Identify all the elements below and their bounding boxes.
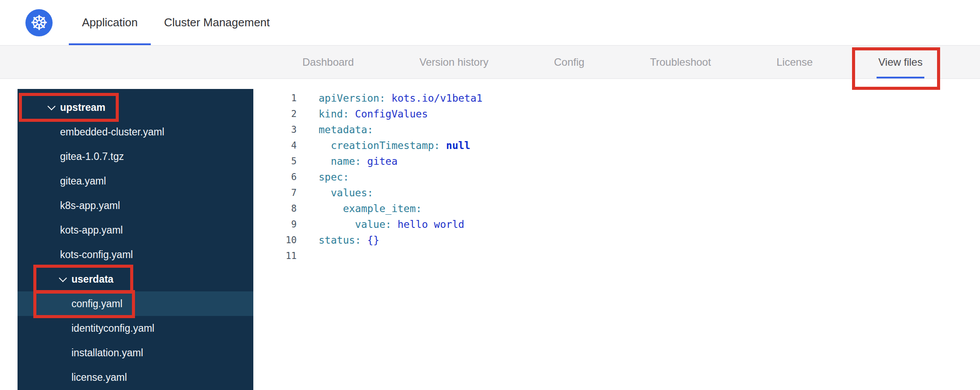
code-text: value: hello world bbox=[319, 216, 464, 232]
code-line: 5 name: gitea bbox=[253, 153, 980, 169]
code-text: name: gitea bbox=[319, 153, 398, 169]
line-number: 7 bbox=[253, 185, 297, 201]
tab-troubleshoot[interactable]: Troubleshoot bbox=[650, 46, 711, 78]
line-number: 3 bbox=[253, 122, 297, 138]
code-text: example_item: bbox=[319, 201, 422, 216]
code-line: 3metadata: bbox=[253, 122, 980, 138]
tree-item-label: upstream bbox=[60, 102, 106, 113]
code-text: values: bbox=[319, 185, 373, 201]
top-navbar: ☸ Application Cluster Management bbox=[0, 0, 980, 46]
line-number: 1 bbox=[253, 90, 297, 106]
code-line: 2kind: ConfigValues bbox=[253, 106, 980, 122]
tree-item-label: license.yaml bbox=[71, 372, 127, 383]
kubernetes-logo-icon[interactable]: ☸ bbox=[25, 9, 53, 36]
code-line: 4 creationTimestamp: null bbox=[253, 138, 980, 153]
code-line: 8 example_item: bbox=[253, 201, 980, 216]
tree-item-label: gitea-1.0.7.tgz bbox=[60, 151, 124, 163]
tab-config[interactable]: Config bbox=[554, 46, 584, 78]
tree-file-config.yaml[interactable]: config.yaml bbox=[18, 291, 253, 316]
tree-file-kots-app.yaml[interactable]: kots-app.yaml bbox=[18, 218, 253, 242]
code-text: creationTimestamp: null bbox=[319, 138, 470, 153]
tab-cluster-management[interactable]: Cluster Management bbox=[151, 0, 283, 45]
line-number: 11 bbox=[253, 248, 297, 264]
tree-item-label: gitea.yaml bbox=[60, 175, 106, 187]
tree-item-label: identityconfig.yaml bbox=[71, 323, 154, 334]
tree-item-label: kots-app.yaml bbox=[60, 224, 123, 236]
tree-file-embedded-cluster.yaml[interactable]: embedded-cluster.yaml bbox=[18, 120, 253, 144]
chevron-down-icon[interactable] bbox=[47, 102, 55, 110]
code-line: 7 values: bbox=[253, 185, 980, 201]
line-number: 8 bbox=[253, 201, 297, 216]
code-text: kind: ConfigValues bbox=[319, 106, 428, 122]
secondary-navbar: Dashboard Version history Config Trouble… bbox=[0, 46, 980, 79]
code-line: 6spec: bbox=[253, 169, 980, 185]
tree-file-installation.yaml[interactable]: installation.yaml bbox=[18, 340, 253, 365]
subnav-tabs: Dashboard Version history Config Trouble… bbox=[302, 46, 923, 78]
tree-item-label: kots-config.yaml bbox=[60, 249, 133, 261]
tree-item-label: userdata bbox=[71, 273, 114, 285]
code-text: apiVersion: kots.io/v1beta1 bbox=[319, 90, 483, 106]
tree-file-identityconfig.yaml[interactable]: identityconfig.yaml bbox=[18, 316, 253, 340]
tab-view-files[interactable]: View files bbox=[878, 46, 923, 78]
code-text: status: {} bbox=[319, 232, 379, 248]
tree-file-gitea.yaml[interactable]: gitea.yaml bbox=[18, 169, 253, 193]
file-content-viewer[interactable]: 1apiVersion: kots.io/v1beta12kind: Confi… bbox=[253, 79, 980, 390]
file-tree: upstreamembedded-cluster.yamlgitea-1.0.7… bbox=[18, 89, 253, 390]
line-number: 6 bbox=[253, 169, 297, 185]
code-line: 11 bbox=[253, 248, 980, 264]
tree-item-label: k8s-app.yaml bbox=[60, 200, 120, 212]
tree-item-label: embedded-cluster.yaml bbox=[60, 126, 164, 138]
tree-folder-upstream[interactable]: upstream bbox=[18, 95, 253, 120]
tab-license[interactable]: License bbox=[777, 46, 813, 78]
code-line: 10status: {} bbox=[253, 232, 980, 248]
code-text: metadata: bbox=[319, 122, 373, 138]
tree-file-k8s-app.yaml[interactable]: k8s-app.yaml bbox=[18, 193, 253, 218]
tab-application[interactable]: Application bbox=[69, 0, 151, 45]
tab-version-history[interactable]: Version history bbox=[419, 46, 488, 78]
tree-item-label: installation.yaml bbox=[71, 347, 143, 359]
line-number: 2 bbox=[253, 106, 297, 122]
tree-file-kots-config.yaml[interactable]: kots-config.yaml bbox=[18, 242, 253, 267]
line-number: 10 bbox=[253, 232, 297, 248]
line-number: 4 bbox=[253, 138, 297, 153]
line-number: 5 bbox=[253, 153, 297, 169]
code-line: 9 value: hello world bbox=[253, 216, 980, 232]
kots-admin-console: ☸ Application Cluster Management Dashboa… bbox=[0, 0, 980, 390]
tree-file-license.yaml[interactable]: license.yaml bbox=[18, 365, 253, 390]
file-tree-sidebar: upstreamembedded-cluster.yamlgitea-1.0.7… bbox=[18, 89, 253, 390]
tree-file-gitea-1.0.7.tgz[interactable]: gitea-1.0.7.tgz bbox=[18, 144, 253, 169]
primary-tabs: Application Cluster Management bbox=[69, 0, 283, 45]
code-line: 1apiVersion: kots.io/v1beta1 bbox=[253, 90, 980, 106]
tree-folder-userdata[interactable]: userdata bbox=[18, 267, 253, 291]
line-number: 9 bbox=[253, 216, 297, 232]
tree-item-label: config.yaml bbox=[71, 298, 122, 310]
code-text: spec: bbox=[319, 169, 349, 185]
tab-dashboard[interactable]: Dashboard bbox=[302, 46, 354, 78]
chevron-down-icon[interactable] bbox=[59, 274, 67, 282]
kubernetes-wheel-glyph: ☸ bbox=[30, 13, 48, 33]
